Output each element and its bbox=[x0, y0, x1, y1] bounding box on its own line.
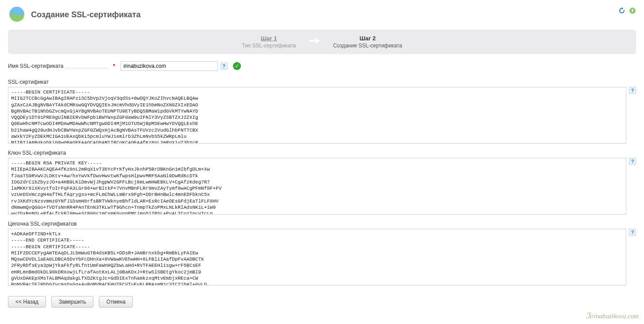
key-label: Ключ SSL-сертификата bbox=[8, 150, 636, 156]
wizard-steps: Шаг 1 Тип SSL-сертификата Шаг 2 Создание… bbox=[8, 30, 636, 54]
step-subtitle: Создание SSL-сертификата bbox=[333, 43, 402, 49]
button-row: << Назад Завершить Отмена bbox=[8, 296, 636, 308]
step-title: Шаг 2 bbox=[333, 35, 402, 42]
wizard-step-2: Шаг 2 Создание SSL-сертификата bbox=[333, 35, 402, 49]
key-textarea[interactable] bbox=[8, 158, 626, 215]
cert-textarea[interactable] bbox=[8, 87, 626, 144]
cert-name-input[interactable] bbox=[120, 61, 218, 71]
help-icon[interactable]: ? bbox=[629, 229, 636, 236]
page-header: Создание SSL-сертификата bbox=[8, 5, 636, 24]
required-mark: * bbox=[113, 63, 115, 69]
finish-button[interactable]: Завершить bbox=[51, 296, 94, 308]
chain-field-wrap: ? bbox=[8, 229, 636, 285]
check-icon: ✓ bbox=[233, 62, 241, 70]
chain-textarea[interactable] bbox=[8, 229, 626, 285]
globe-icon bbox=[8, 5, 26, 24]
watermark: ℐirinabuzikova.com bbox=[586, 311, 639, 313]
cancel-button[interactable]: Отмена bbox=[99, 296, 133, 308]
up-level-icon[interactable] bbox=[629, 7, 636, 14]
cert-field-wrap: ? bbox=[8, 87, 636, 144]
cert-name-row: Имя SSL-сертификата * ? ✓ bbox=[8, 61, 636, 71]
refresh-icon[interactable] bbox=[618, 7, 625, 14]
help-icon[interactable]: ? bbox=[629, 87, 636, 94]
help-icon[interactable]: ? bbox=[221, 62, 228, 70]
back-button[interactable]: << Назад bbox=[8, 296, 46, 308]
arrow-icon bbox=[309, 36, 320, 48]
wizard-step-1[interactable]: Шаг 1 Тип SSL-сертификата bbox=[242, 35, 296, 49]
step-subtitle: Тип SSL-сертификата bbox=[242, 43, 296, 49]
step-title: Шаг 1 bbox=[242, 35, 296, 42]
help-icon[interactable]: ? bbox=[629, 158, 636, 165]
key-field-wrap: ? bbox=[8, 158, 636, 215]
cert-name-label: Имя SSL-сертификата bbox=[8, 63, 108, 69]
page-title: Создание SSL-сертификата bbox=[31, 10, 140, 20]
cert-label: SSL-сертификат bbox=[8, 79, 636, 85]
header-actions bbox=[618, 7, 636, 14]
chain-label: Цепочка SSL-сертификатов bbox=[8, 221, 636, 227]
